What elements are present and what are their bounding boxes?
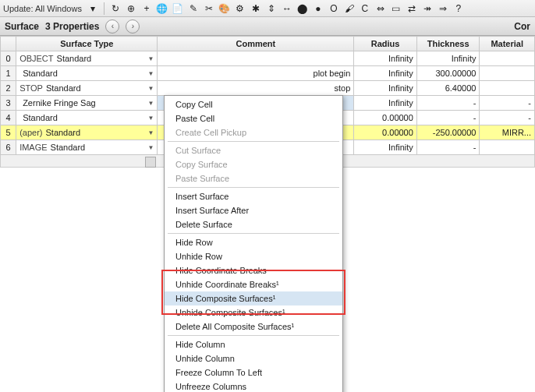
toolbar-icon[interactable]: ↻: [109, 2, 122, 15]
nav-prev-button[interactable]: ‹: [105, 19, 119, 34]
material-cell[interactable]: [480, 51, 535, 66]
toolbar-icon[interactable]: ⇒: [437, 2, 449, 15]
radius-cell[interactable]: Infinity: [354, 81, 417, 96]
thickness-cell[interactable]: -: [416, 111, 480, 125]
header-surface-type[interactable]: Surface Type: [16, 37, 158, 51]
nav-next-button[interactable]: ›: [126, 19, 140, 34]
menu-item[interactable]: Unhide Coordinate Breaks¹: [165, 277, 342, 291]
surface-type-cell[interactable]: (aper)Standard▼: [16, 125, 158, 140]
thickness-cell[interactable]: Infinity: [416, 51, 480, 66]
dropdown-icon[interactable]: ▼: [148, 85, 154, 92]
toolbar-icon[interactable]: ⇄: [406, 2, 418, 15]
row-index[interactable]: 5: [1, 125, 16, 140]
menu-item[interactable]: Freeze Column To Left: [165, 366, 342, 380]
toolbar-icon[interactable]: ↠: [421, 2, 434, 15]
toolbar-icon[interactable]: +: [140, 2, 153, 15]
radius-cell[interactable]: Infinity: [354, 51, 417, 66]
material-cell[interactable]: -: [480, 111, 535, 125]
toolbar-icon[interactable]: 🖌: [343, 2, 356, 15]
toolbar-icon[interactable]: 🌐: [156, 2, 168, 15]
surface-type-cell[interactable]: OBJECTStandard▼: [16, 51, 158, 66]
menu-item[interactable]: Hide Row: [165, 235, 342, 249]
comment-cell[interactable]: stop: [158, 81, 354, 96]
header-comment[interactable]: Comment: [158, 37, 354, 51]
toolbar-icon[interactable]: ⚙: [234, 2, 246, 15]
table-row: 2STOPStandard▼stopInfinity6.40000: [1, 81, 535, 96]
toolbar-icon[interactable]: 📄: [172, 2, 184, 15]
surface-type-cell[interactable]: IMAGEStandard▼: [16, 140, 158, 155]
toolbar-icon[interactable]: ✂: [203, 2, 215, 15]
row-index[interactable]: 2: [1, 81, 16, 96]
surface-type-cell[interactable]: Zernike Fringe Sag▼: [16, 96, 158, 111]
main-toolbar: Update: All Windows ▾ ↻⊕+🌐📄✎✂🎨⚙✱⇕↔⬤●O🖌C⇔…: [0, 0, 535, 17]
update-dropdown-icon[interactable]: ▾: [87, 2, 99, 15]
menu-item[interactable]: Insert Surface: [165, 189, 342, 203]
row-index[interactable]: 4: [1, 111, 16, 125]
radius-cell[interactable]: 0.00000: [354, 111, 417, 125]
comment-cell[interactable]: plot begin: [158, 66, 354, 81]
material-cell[interactable]: [480, 140, 535, 155]
material-cell[interactable]: -: [480, 96, 535, 111]
toolbar-icon[interactable]: ✱: [250, 2, 262, 15]
menu-item[interactable]: Hide Composite Surfaces¹: [165, 291, 342, 305]
dropdown-icon[interactable]: ▼: [148, 129, 154, 136]
surface-tab[interactable]: Surface: [5, 21, 39, 32]
toolbar-icon[interactable]: ⇕: [265, 2, 278, 15]
toolbar-icon[interactable]: ✎: [187, 2, 200, 15]
header-radius[interactable]: Radius: [354, 37, 417, 51]
thickness-cell[interactable]: -: [416, 96, 480, 111]
surface-type-cell[interactable]: STOPStandard▼: [16, 81, 158, 96]
properties-title: 3 Properties: [45, 21, 99, 32]
menu-item[interactable]: Unfreeze Columns: [165, 380, 342, 392]
dropdown-icon[interactable]: ▼: [148, 100, 154, 107]
material-cell[interactable]: [480, 81, 535, 96]
thickness-cell[interactable]: -250.00000: [416, 125, 480, 140]
grid-header-row: Surface Type Comment Radius Thickness Ma…: [1, 37, 535, 51]
dropdown-icon[interactable]: ▼: [148, 144, 154, 151]
dropdown-icon[interactable]: ▼: [148, 115, 154, 122]
thickness-cell[interactable]: 6.40000: [416, 81, 480, 96]
radius-cell[interactable]: Infinity: [354, 96, 417, 111]
menu-item[interactable]: Hide Column: [165, 337, 342, 351]
menu-item[interactable]: Hide Coordinate Breaks: [165, 263, 342, 277]
row-index[interactable]: 6: [1, 140, 16, 155]
radius-cell[interactable]: Infinity: [354, 66, 417, 81]
material-cell[interactable]: MIRR...: [480, 125, 535, 140]
radius-cell[interactable]: 0.00000: [354, 125, 417, 140]
row-index[interactable]: 0: [1, 51, 16, 66]
toolbar-icon[interactable]: C: [359, 2, 371, 15]
menu-item[interactable]: Insert Surface After: [165, 203, 342, 217]
menu-item[interactable]: Delete All Composite Surfaces¹: [165, 320, 342, 334]
toolbar-icon[interactable]: ↔: [281, 2, 293, 15]
menu-separator: [168, 187, 339, 188]
toolbar-icon[interactable]: ●: [312, 2, 324, 15]
toolbar-icon[interactable]: ▭: [390, 2, 402, 15]
comment-cell[interactable]: [158, 51, 354, 66]
dropdown-icon[interactable]: ▼: [148, 55, 154, 62]
toolbar-icon[interactable]: ⇔: [374, 2, 387, 15]
radius-cell[interactable]: Infinity: [354, 140, 417, 155]
surface-type-value: Standard: [57, 54, 92, 63]
row-index[interactable]: 3: [1, 96, 16, 111]
menu-item[interactable]: Unhide Row: [165, 249, 342, 263]
dropdown-icon[interactable]: ▼: [148, 70, 154, 77]
row-index[interactable]: 1: [1, 66, 16, 81]
toolbar-icon[interactable]: O: [328, 2, 340, 15]
menu-item[interactable]: Copy Cell: [165, 97, 342, 111]
toolbar-icon[interactable]: 🎨: [218, 2, 231, 15]
surface-type-cell[interactable]: Standard▼: [16, 66, 158, 81]
header-thickness[interactable]: Thickness: [416, 37, 480, 51]
menu-item[interactable]: Delete Surface: [165, 217, 342, 231]
material-cell[interactable]: [480, 66, 535, 81]
toolbar-icon[interactable]: ?: [452, 2, 465, 15]
update-label[interactable]: Update: All Windows: [3, 4, 82, 13]
menu-item[interactable]: Unhide Composite Surfaces¹: [165, 305, 342, 320]
surface-type-cell[interactable]: Standard▼: [16, 111, 158, 125]
thickness-cell[interactable]: -: [416, 140, 480, 155]
menu-item[interactable]: Unhide Column: [165, 351, 342, 366]
menu-item[interactable]: Paste Cell: [165, 111, 342, 125]
toolbar-icon[interactable]: ⬤: [296, 2, 309, 15]
toolbar-icon[interactable]: ⊕: [125, 2, 137, 15]
thickness-cell[interactable]: 300.00000: [416, 66, 480, 81]
header-material[interactable]: Material: [480, 37, 535, 51]
